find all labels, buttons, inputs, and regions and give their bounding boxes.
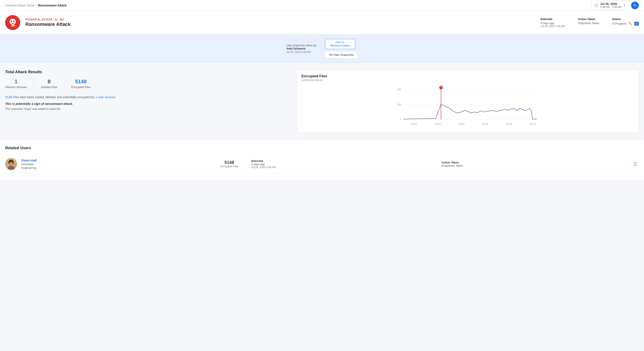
user-department: Engineering — [21, 166, 207, 169]
status-value: In Progress — [612, 22, 626, 25]
snapshot-taken-by: Amit Schwartz — [286, 47, 316, 50]
chart-area: 200 100 0 03:00 03:30 04:00 04:30 05:00 … — [302, 85, 634, 128]
action-value: Snapshots Taken — [578, 21, 600, 25]
encrypted-files-num: 5148 — [71, 79, 91, 85]
date-range-text: 2:38 AM - 5:38 AM — [600, 5, 621, 8]
svg-text:04:00: 04:00 — [458, 123, 464, 125]
svg-text:03:00: 03:00 — [411, 123, 417, 125]
related-users-section: Related Users Ewen Hall Developer Engine… — [0, 140, 644, 180]
breadcrumb-current: Ransomware Attack — [38, 4, 66, 7]
svg-text:!: ! — [441, 87, 442, 89]
svg-point-28 — [12, 161, 14, 164]
user-name[interactable]: Ewen Hall — [21, 158, 207, 162]
date-title: Jul 26, 2020 — [600, 2, 621, 5]
user-detected: Detected 4 days ago Jul 26, 2020 3:38 AM — [251, 159, 437, 169]
date-range-selector[interactable]: 🕐 Jul 26, 2020 2:38 AM - 5:38 AM ▼ — [591, 1, 628, 10]
detected-label: Detected — [540, 17, 565, 21]
svg-text:0: 0 — [400, 118, 401, 121]
user-detected-label: Detected — [251, 159, 437, 163]
user-info: Ewen Hall Developer Engineering — [21, 158, 207, 169]
svg-text:03:30: 03:30 — [435, 123, 441, 125]
breadcrumb-separator: / — [36, 4, 37, 7]
user-detected-date: Jul 26, 2020 3:38 AM — [251, 166, 437, 169]
refresh-button[interactable]: ↻ — [631, 1, 639, 9]
deleted-files-num: 0 — [41, 79, 57, 85]
user-action-label: Action Taken — [442, 161, 628, 164]
left-panel: Total Attack Results 1 Affected Volumes … — [5, 70, 297, 133]
snapshot-date: Jul 30, 2020 2:54 PM — [286, 51, 316, 54]
desc-end: . — [116, 95, 117, 99]
related-users-title: Related Users — [5, 146, 639, 150]
collapse-button[interactable]: ☰ — [632, 161, 639, 167]
attack-description: 5148 Files have been copied, deleted, an… — [5, 95, 290, 99]
encrypted-files-stat: 5148 Encrypted Files — [71, 79, 98, 89]
detected-relative: 4 days ago — [540, 21, 565, 25]
detected-date: Jul 26, 2020 3:38 AM — [540, 25, 565, 28]
status-meta: Status In Progress ✏️ ☰ — [612, 17, 639, 26]
encrypted-files-chart: 200 100 0 03:00 03:30 04:00 04:30 05:00 … — [302, 85, 634, 128]
user-action: Action Taken Snapshots Taken — [442, 161, 628, 167]
affected-volumes-num: 1 — [5, 79, 27, 85]
deleted-files-label: Deleted Files — [41, 85, 57, 89]
snapshot-by-label: Last snapshots taken by — [286, 44, 316, 47]
affected-volumes-stat: 1 Affected Volumes — [5, 79, 34, 89]
svg-text:05:00: 05:00 — [506, 123, 512, 125]
svg-rect-5 — [14, 25, 15, 26]
retake-snapshots-button[interactable]: Re-Take Snapshots — [325, 51, 358, 58]
user-encrypted-label: Encrypted Files — [220, 165, 238, 168]
attack-icon: $ — [5, 15, 20, 30]
action-label: Action Taken — [578, 17, 600, 21]
affected-volumes-label: Affected Volumes — [5, 85, 27, 89]
chart-title: Encrypted Files — [302, 74, 634, 78]
notes-icon[interactable]: ☰ — [634, 22, 639, 26]
right-panel: Encrypted Files Activity per minute 200 … — [297, 70, 639, 133]
user-detected-relative: 4 days ago — [251, 163, 437, 166]
attack-label: POTENTIAL ATTACK: AL_307 — [26, 18, 535, 21]
user-avatar-image — [5, 158, 17, 170]
svg-text:100: 100 — [397, 103, 401, 106]
how-to-top-label: How To: — [329, 41, 351, 44]
ransomware-warning: This is potentially a sign of ransomware… — [5, 102, 290, 105]
svg-text:04:30: 04:30 — [482, 123, 488, 125]
user-account-link[interactable]: 1 user account — [96, 95, 115, 99]
deleted-files-stat: 0 Deleted Files — [41, 79, 64, 89]
main-content: Total Attack Results 1 Affected Volumes … — [0, 63, 644, 140]
chevron-down-icon: ▼ — [623, 4, 626, 7]
breadcrumb-parent[interactable]: Potential Attack Detail — [5, 4, 34, 7]
stats-row: 1 Affected Volumes 0 Deleted Files 5148 … — [5, 79, 290, 89]
edit-icon[interactable]: ✏️ — [628, 21, 632, 26]
files-link[interactable]: 5148 Files — [5, 95, 19, 99]
attack-results-title: Total Attack Results — [5, 70, 290, 74]
how-to-restore-button[interactable]: How To: Restore Entities — [325, 39, 355, 49]
user-action-value: Snapshots Taken — [442, 164, 628, 167]
detected-meta: Detected 4 days ago Jul 26, 2020 3:38 AM — [540, 17, 565, 28]
user-encrypted-stat: 5148 Encrypted Files — [220, 160, 238, 168]
ransomware-icon: $ — [8, 18, 18, 27]
attack-info: POTENTIAL ATTACK: AL_307 Ransomware Atta… — [26, 18, 535, 27]
status-label: Status — [612, 17, 639, 21]
extension-note: The extension "crypt" was added to each … — [5, 107, 290, 110]
header-meta: Detected 4 days ago Jul 26, 2020 3:38 AM… — [540, 17, 639, 28]
snapshot-info: Last snapshots taken by Amit Schwartz Ju… — [286, 44, 316, 54]
svg-point-27 — [8, 161, 10, 164]
top-navigation: Potential Attack Detail / Ransomware Att… — [0, 0, 644, 11]
svg-point-2 — [13, 20, 15, 22]
svg-point-0 — [10, 19, 16, 25]
svg-rect-6 — [14, 25, 15, 26]
status-block: In Progress ✏️ ☰ — [612, 21, 639, 26]
how-to-bottom-label: Restore Entities — [329, 44, 351, 47]
encrypted-files-label: Encrypted Files — [71, 85, 91, 89]
snapshot-banner: Last snapshots taken by Amit Schwartz Ju… — [0, 35, 644, 63]
user-encrypted-num: 5148 — [224, 160, 234, 165]
svg-text:$: $ — [12, 25, 13, 27]
clock-icon: 🕐 — [594, 3, 598, 7]
action-meta: Action Taken Snapshots Taken — [578, 17, 600, 25]
table-row: Ewen Hall Developer Engineering 5148 Enc… — [5, 155, 639, 174]
nav-right: 🕐 Jul 26, 2020 2:38 AM - 5:38 AM ▼ ↻ — [591, 1, 639, 10]
svg-point-1 — [11, 20, 12, 22]
chart-section: Encrypted Files Activity per minute 200 … — [297, 70, 639, 133]
breadcrumb: Potential Attack Detail / Ransomware Att… — [5, 4, 66, 7]
user-role: Developer — [21, 163, 207, 166]
attack-title: Ransomware Attack — [26, 21, 535, 27]
svg-text:05:30: 05:30 — [530, 123, 536, 125]
